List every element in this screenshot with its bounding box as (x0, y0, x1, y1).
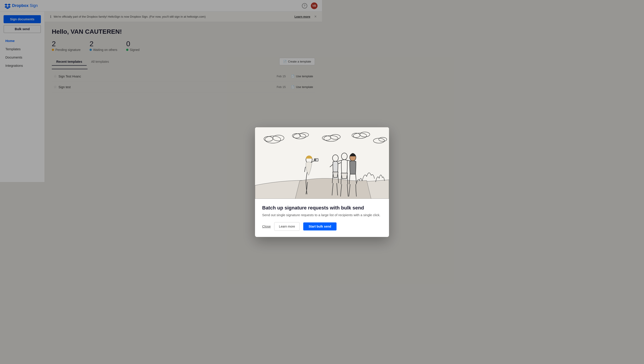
bulk-send-modal: Batch up signature requests with bulk se… (255, 127, 322, 182)
svg-point-16 (315, 159, 316, 160)
bulk-send-illustration (255, 127, 322, 182)
svg-rect-0 (255, 127, 322, 182)
modal-overlay[interactable]: Batch up signature requests with bulk se… (0, 0, 322, 182)
modal-illustration (255, 127, 322, 182)
